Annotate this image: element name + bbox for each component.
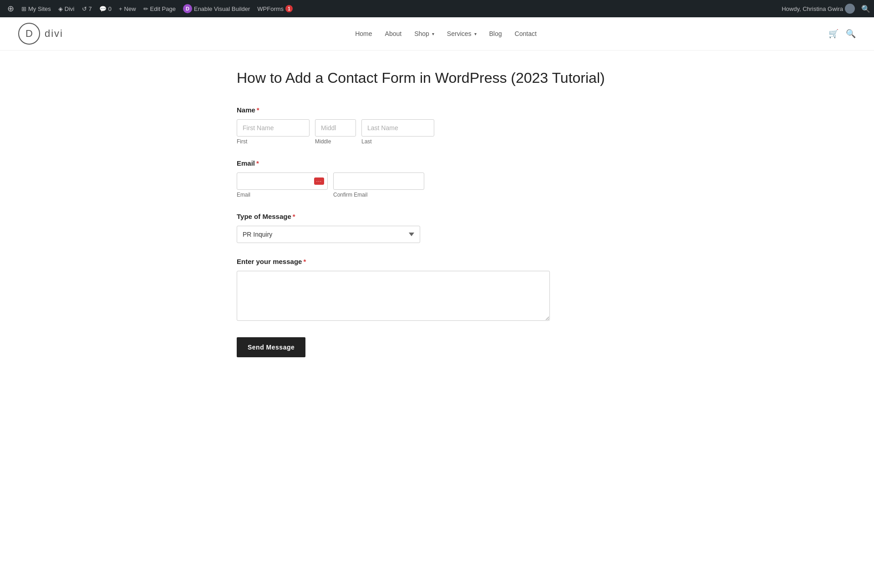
message-type-label: Type of Message*	[237, 213, 637, 220]
wp-logo-menu[interactable]: ⊕	[4, 0, 18, 17]
search-icon-admin[interactable]: 🔍	[861, 5, 870, 13]
updates-count: 7	[89, 5, 92, 12]
my-sites-label: My Sites	[28, 5, 51, 12]
email-sublabel: Email	[237, 192, 328, 198]
nav-about[interactable]: About	[385, 30, 402, 37]
admin-bar-right: Howdy, Christina Gwira 🔍	[782, 4, 870, 14]
wpforms-menu[interactable]: WPForms 1	[254, 0, 296, 17]
my-sites-menu[interactable]: ⊞ My Sites	[18, 0, 55, 17]
page-title: How to Add a Contact Form in WordPress (…	[237, 69, 637, 88]
edit-page-label: Edit Page	[150, 5, 176, 12]
comments-count: 0	[108, 5, 112, 12]
email-field-group: ··· Email Confirm Email	[237, 172, 637, 198]
main-content: How to Add a Contact Form in WordPress (…	[218, 69, 656, 357]
confirm-email-input[interactable]	[333, 172, 424, 190]
updates-menu[interactable]: ↺ 7	[78, 0, 96, 17]
message-required: *	[303, 258, 306, 265]
submit-button[interactable]: Send Message	[237, 337, 305, 357]
enable-vb-menu[interactable]: D Enable Visual Builder	[179, 0, 254, 17]
middle-name-input[interactable]	[315, 119, 356, 137]
howdy-label: Howdy, Christina Gwira	[782, 5, 843, 12]
confirm-email-wrapper: Confirm Email	[333, 172, 424, 198]
logo-text: divi	[45, 28, 63, 40]
updates-icon: ↺	[82, 5, 87, 12]
message-type-required: *	[293, 213, 295, 220]
logo-icon: D	[18, 23, 40, 45]
first-name-wrapper: First	[237, 119, 310, 145]
name-label: Name*	[237, 106, 637, 114]
wpforms-badge: 1	[285, 5, 293, 12]
email-wrapper: ··· Email	[237, 172, 328, 198]
site-header: D divi Home About Shop Services Blog Con…	[0, 17, 874, 51]
email-options-button[interactable]: ···	[314, 177, 324, 185]
edit-page-menu[interactable]: ✏ Edit Page	[140, 0, 179, 17]
nav-contact[interactable]: Contact	[515, 30, 537, 37]
nav-icons: 🛒 🔍	[828, 29, 856, 39]
last-sublabel: Last	[361, 138, 434, 145]
divi-menu[interactable]: ◈ Divi	[55, 0, 78, 17]
edit-icon: ✏	[143, 5, 148, 12]
comments-menu[interactable]: 💬 0	[96, 0, 115, 17]
email-section: Email* ··· Email Confirm Email	[237, 159, 637, 198]
email-input-wrapper: ···	[237, 172, 328, 190]
middle-sublabel: Middle	[315, 138, 356, 145]
confirm-email-sublabel: Confirm Email	[333, 192, 424, 198]
plus-icon: +	[119, 5, 122, 12]
admin-bar: ⊕ ⊞ My Sites ◈ Divi ↺ 7 💬 0 + New ✏ Edit…	[0, 0, 874, 17]
site-nav: Home About Shop Services Blog Contact	[355, 30, 537, 37]
name-section: Name* First Middle Last	[237, 106, 637, 145]
new-menu[interactable]: + New	[115, 0, 140, 17]
cart-icon[interactable]: 🛒	[828, 29, 838, 39]
divi-d-icon: D	[183, 4, 192, 13]
last-name-wrapper: Last	[361, 119, 434, 145]
comments-icon: 💬	[99, 5, 107, 12]
nav-shop[interactable]: Shop	[414, 30, 434, 37]
site-logo[interactable]: D divi	[18, 23, 63, 45]
divi-label: Divi	[65, 5, 75, 12]
email-required: *	[256, 159, 259, 167]
message-textarea[interactable]	[237, 271, 550, 321]
divi-icon: ◈	[58, 5, 63, 12]
email-label: Email*	[237, 159, 637, 167]
admin-avatar	[845, 4, 855, 14]
last-name-input[interactable]	[361, 119, 434, 137]
middle-name-wrapper: Middle	[315, 119, 356, 145]
enable-vb-label: Enable Visual Builder	[194, 5, 250, 12]
message-type-select[interactable]: PR Inquiry General Inquiry Support Other	[237, 226, 420, 243]
wordpress-icon: ⊕	[7, 4, 14, 14]
first-sublabel: First	[237, 138, 310, 145]
nav-blog[interactable]: Blog	[489, 30, 502, 37]
submit-section: Send Message	[237, 337, 637, 357]
contact-form: Name* First Middle Last Email*	[237, 106, 637, 357]
search-icon[interactable]: 🔍	[846, 29, 856, 39]
nav-services[interactable]: Services	[447, 30, 477, 37]
message-section: Enter your message*	[237, 258, 637, 323]
wpforms-label: WPForms	[257, 5, 284, 12]
first-name-input[interactable]	[237, 119, 310, 137]
message-label: Enter your message*	[237, 258, 637, 265]
name-required: *	[257, 106, 259, 114]
new-label: New	[124, 5, 136, 12]
my-sites-icon: ⊞	[21, 5, 26, 12]
name-field-group: First Middle Last	[237, 119, 637, 145]
message-type-section: Type of Message* PR Inquiry General Inqu…	[237, 213, 637, 243]
nav-home[interactable]: Home	[355, 30, 372, 37]
